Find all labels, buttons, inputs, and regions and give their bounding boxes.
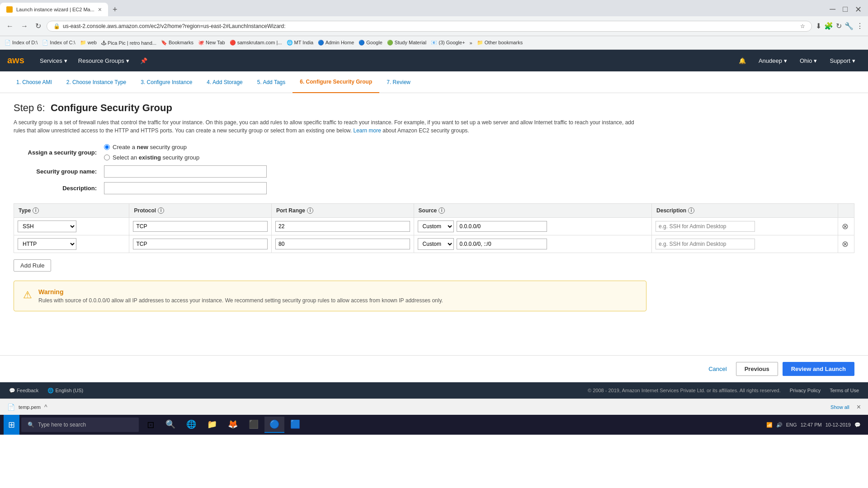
add-rule-button[interactable]: Add Rule: [14, 259, 51, 272]
rule2-remove-button[interactable]: ⊗: [842, 239, 849, 249]
wizard-step-5[interactable]: 5. Add Tags: [250, 71, 293, 93]
bookmark-study[interactable]: 🟢 Study Material: [387, 40, 426, 46]
previous-button[interactable]: Previous: [736, 362, 778, 376]
taskbar-app-cmd[interactable]: ⬛: [244, 417, 264, 433]
taskbar-app-firefox[interactable]: 🦊: [223, 417, 243, 433]
services-nav-item[interactable]: Services ▾: [34, 50, 73, 71]
bookmark-newtab[interactable]: 🐙 New Tab: [198, 40, 225, 46]
port-info-icon[interactable]: i: [307, 207, 313, 214]
region-chevron-icon: ▾: [814, 57, 817, 64]
taskbar-app-vscode[interactable]: 🟦: [285, 417, 305, 433]
bookmark-pica[interactable]: 🕹 Pica Pic | retro hand...: [101, 40, 156, 46]
support-nav-item[interactable]: Support ▾: [824, 50, 861, 71]
refresh-icon[interactable]: ↻: [836, 22, 842, 30]
rule2-source-type-select[interactable]: Custom Anywhere My IP: [418, 238, 454, 250]
rule1-port-input[interactable]: [275, 221, 410, 232]
download-chevron-icon[interactable]: ^: [44, 404, 47, 411]
maximize-button[interactable]: □: [840, 5, 850, 14]
rule1-protocol-input[interactable]: [133, 221, 268, 232]
pushpin-nav-item[interactable]: 📌: [135, 50, 153, 71]
learn-more-link[interactable]: Learn more: [354, 127, 381, 134]
rule1-source-value-input[interactable]: [457, 221, 547, 232]
bell-nav-item[interactable]: 🔔: [733, 50, 751, 71]
rule1-remove-button[interactable]: ⊗: [842, 221, 849, 231]
rule1-remove-cell: ⊗: [838, 218, 854, 235]
bookmark-web[interactable]: 📁 web: [80, 40, 97, 46]
resource-groups-nav-item[interactable]: Resource Groups ▾: [73, 50, 135, 71]
download-file-name: temp.pem: [19, 404, 41, 410]
nav-icons: ⬇ 🧩 ↻ 🔧 ⋮: [816, 22, 863, 30]
download-icon[interactable]: ⬇: [816, 22, 821, 30]
taskbar-notification-icon[interactable]: 💬: [854, 422, 861, 428]
source-info-icon[interactable]: i: [439, 207, 445, 214]
taskview-icon[interactable]: ⊡: [142, 417, 159, 433]
menu-icon[interactable]: ⋮: [856, 22, 863, 30]
type-info-icon[interactable]: i: [33, 207, 39, 214]
radio-new-label[interactable]: Create a new security group: [104, 144, 199, 150]
region-nav-item[interactable]: Ohio ▾: [794, 50, 822, 71]
sg-description-input[interactable]: launch-wizard-12 created 2019-12-10T12:4…: [104, 182, 267, 194]
forward-button[interactable]: →: [19, 20, 30, 32]
wizard-step-6[interactable]: 6. Configure Security Group: [292, 71, 379, 93]
refresh-button[interactable]: ↻: [33, 20, 43, 32]
th-source-label: Source: [419, 207, 437, 214]
rule2-desc-input[interactable]: [656, 239, 755, 249]
language-selector[interactable]: 🌐 English (US): [47, 388, 83, 394]
rule2-protocol-input[interactable]: [133, 239, 268, 249]
cancel-button[interactable]: Cancel: [704, 363, 731, 375]
user-nav-item[interactable]: Anudeep ▾: [753, 50, 793, 71]
taskbar-app-chrome[interactable]: 🔵: [264, 417, 284, 433]
bookmark-bookmarks[interactable]: 🔖 Bookmarks: [161, 40, 193, 46]
taskbar-app-search[interactable]: 🔍: [160, 417, 180, 433]
taskbar-search[interactable]: 🔍 Type here to search: [21, 418, 139, 432]
star-icon: ☆: [800, 23, 805, 29]
puzzle-icon[interactable]: 🧩: [824, 22, 833, 30]
wizard-step-2[interactable]: 2. Choose Instance Type: [59, 71, 134, 93]
start-button[interactable]: ⊞: [4, 415, 19, 435]
bookmark-samskrutam[interactable]: 🔴 samskrutam.com |...: [230, 40, 282, 46]
terms-of-use-link[interactable]: Terms of Use: [830, 388, 859, 393]
bookmark-google-plus[interactable]: 📧 (3) Google+: [431, 40, 465, 46]
bookmark-index-c[interactable]: 📄 Index of C:\: [42, 40, 75, 46]
bookmark-google[interactable]: 🔵 Google: [359, 40, 382, 46]
taskbar-app-ie[interactable]: 🌐: [181, 417, 201, 433]
browser-tab-active[interactable]: Launch instance wizard | EC2 Ma... ×: [0, 3, 108, 16]
rule1-desc-input[interactable]: [656, 221, 755, 232]
bookmark-other[interactable]: 📁 Other bookmarks: [477, 40, 523, 46]
th-protocol: Protocol i: [129, 204, 272, 218]
tab-close-button[interactable]: ×: [98, 6, 102, 13]
th-port-label: Port Range: [276, 207, 305, 214]
close-window-button[interactable]: ✕: [852, 5, 864, 14]
show-all-button[interactable]: Show all: [830, 404, 849, 410]
bookmark-more[interactable]: »: [470, 40, 472, 46]
review-and-launch-button[interactable]: Review and Launch: [783, 362, 854, 376]
extensions-icon[interactable]: 🔧: [844, 22, 854, 30]
wizard-step-4[interactable]: 4. Add Storage: [199, 71, 250, 93]
rule2-type-select[interactable]: SSH HTTP HTTPS Custom TCP: [18, 238, 76, 250]
desc-info-icon[interactable]: i: [688, 207, 694, 214]
rule2-port-input[interactable]: [275, 239, 410, 249]
radio-new-input[interactable]: [104, 144, 110, 150]
rule2-source-value-input[interactable]: [457, 239, 547, 249]
sg-name-input[interactable]: launch-wizard-12: [104, 165, 267, 178]
feedback-link[interactable]: 💬 Feedback: [9, 388, 38, 394]
address-bar[interactable]: 🔒 us-east-2.console.aws.amazon.com/ec2/v…: [47, 21, 812, 32]
rule1-source-type-select[interactable]: Custom Anywhere My IP: [418, 221, 454, 232]
protocol-info-icon[interactable]: i: [158, 207, 164, 214]
radio-existing-label[interactable]: Select an existing security group: [104, 154, 199, 161]
download-bar-close-button[interactable]: ×: [857, 403, 861, 411]
bookmark-admin-home[interactable]: 🔵 Admin Home: [318, 40, 354, 46]
bookmark-mt-india[interactable]: 🌐 MT India: [287, 40, 314, 46]
wizard-step-3[interactable]: 3. Configure Instance: [133, 71, 199, 93]
wizard-step-1[interactable]: 1. Choose AMI: [9, 71, 59, 93]
bookmark-index-d[interactable]: 📄 Index of D:\: [5, 40, 38, 46]
wizard-step-7[interactable]: 7. Review: [379, 71, 418, 93]
taskbar-app-explorer[interactable]: 📁: [202, 417, 222, 433]
minimize-button[interactable]: ─: [827, 5, 838, 14]
aws-nav-right: 🔔 Anudeep ▾ Ohio ▾ Support ▾: [733, 50, 861, 71]
rule1-type-select[interactable]: SSH HTTP HTTPS Custom TCP: [18, 221, 76, 232]
radio-existing-input[interactable]: [104, 155, 110, 160]
new-tab-button[interactable]: +: [108, 3, 122, 16]
privacy-policy-link[interactable]: Privacy Policy: [790, 388, 821, 393]
back-button[interactable]: ←: [5, 20, 15, 32]
